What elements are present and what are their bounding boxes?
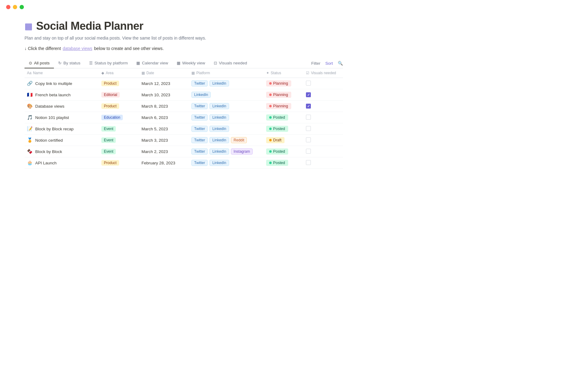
visuals-checkbox[interactable]: [306, 81, 311, 86]
status-label: Posted: [273, 161, 285, 165]
visuals-checkbox[interactable]: [306, 137, 311, 142]
date-cell: March 12, 2023: [138, 78, 188, 89]
sort-button[interactable]: Sort: [325, 61, 333, 66]
date-cell: March 5, 2023: [138, 123, 188, 135]
row-emoji: 🏅: [27, 137, 33, 143]
platform-tag: LinkedIn: [209, 148, 229, 155]
row-emoji: 📝: [27, 126, 33, 132]
col-header-platform: ▦ Platform: [188, 68, 262, 78]
date-cell: March 6, 2023: [138, 112, 188, 123]
visuals-checkbox[interactable]: [306, 104, 311, 109]
platform-col-label: Platform: [196, 71, 210, 75]
date-cell: March 3, 2023: [138, 135, 188, 146]
search-button[interactable]: 🔍: [338, 61, 343, 66]
traffic-lights: [6, 5, 24, 9]
status-dot: [269, 105, 272, 107]
filter-button[interactable]: Filter: [311, 61, 320, 66]
row-name[interactable]: Copy link to multiple: [35, 81, 72, 86]
row-emoji: 🔗: [27, 81, 33, 86]
tab-by-status[interactable]: ↻ By status: [54, 58, 85, 68]
row-name[interactable]: Database views: [35, 104, 64, 109]
area-badge: Event: [101, 126, 116, 132]
row-emoji: 🍫: [27, 149, 33, 154]
row-name[interactable]: API Launch: [35, 161, 57, 165]
date-cell: March 8, 2023: [138, 101, 188, 112]
tab-calendar-view[interactable]: ▦ Calendar view: [132, 58, 172, 68]
date-col-label: Date: [146, 71, 154, 75]
platform-tags: TwitterLinkedIn: [191, 126, 259, 132]
visuals-col-icon: ☑: [306, 71, 309, 75]
tab-weekly-view[interactable]: ▦ Weekly view: [172, 58, 209, 68]
row-name[interactable]: Block by Block: [35, 149, 62, 154]
platform-tag: LinkedIn: [209, 137, 229, 143]
visuals-checkbox[interactable]: [306, 160, 311, 165]
row-emoji: 🇫🇷: [27, 92, 33, 98]
platform-tag: LinkedIn: [209, 80, 229, 86]
name-cell: 🎵 Notion 101 playlist: [27, 115, 94, 120]
platform-tags: TwitterLinkedIn: [191, 114, 259, 121]
row-emoji: 🎨: [27, 103, 33, 109]
table-row: 🍫 Block by Block EventMarch 2, 2023Twitt…: [24, 146, 343, 157]
status-badge: Draft: [266, 137, 285, 143]
page-header: ▦ Social Media Planner: [24, 20, 343, 33]
titlebar: [0, 0, 588, 7]
platform-tags: TwitterLinkedIn: [191, 80, 259, 86]
table-row: 🎵 Notion 101 playlist EducationMarch 6, …: [24, 112, 343, 123]
hint-row: ↓ Click the different database views bel…: [24, 46, 343, 51]
maximize-button[interactable]: [20, 5, 24, 9]
platform-col-icon: ▦: [191, 71, 195, 75]
row-name[interactable]: Notion certified: [35, 138, 63, 143]
area-col-label: Area: [106, 71, 113, 75]
database-views-link[interactable]: database views: [63, 46, 92, 51]
tab-all-posts[interactable]: ⊙ All posts: [24, 58, 54, 68]
platform-tag: LinkedIn: [209, 114, 229, 121]
status-dot: [269, 139, 272, 141]
status-badge: Posted: [266, 114, 288, 121]
platform-tags: TwitterLinkedInInstagram: [191, 148, 259, 155]
close-button[interactable]: [6, 5, 10, 9]
platform-tag: LinkedIn: [209, 126, 229, 132]
tab-weekly-view-label: Weekly view: [182, 61, 205, 65]
status-label: Posted: [273, 149, 285, 154]
area-badge: Product: [101, 160, 119, 166]
status-badge: Posted: [266, 160, 288, 166]
status-dot: [269, 116, 272, 119]
status-col-icon: ✦: [266, 71, 269, 75]
date-cell: February 28, 2023: [138, 157, 188, 169]
status-dot: [269, 128, 272, 130]
status-col-label: Status: [271, 71, 281, 75]
platform-tag: LinkedIn: [209, 103, 229, 109]
row-name[interactable]: Notion 101 playlist: [35, 115, 69, 120]
visuals-checkbox[interactable]: [306, 126, 311, 131]
tab-visuals-needed-label: Visuals needed: [219, 61, 247, 65]
row-name[interactable]: Block by Block recap: [35, 127, 74, 131]
tab-calendar-view-label: Calendar view: [142, 61, 168, 65]
col-header-date: ▦ Date: [138, 68, 188, 78]
status-badge: Planning: [266, 103, 291, 109]
name-cell: 🧁 API Launch: [27, 160, 94, 166]
status-label: Planning: [273, 81, 288, 86]
calendar-view-icon: ▦: [136, 61, 140, 65]
tab-visuals-needed[interactable]: ⊡ Visuals needed: [209, 58, 251, 68]
page-content: ▦ Social Media Planner Plan and stay on …: [0, 7, 368, 181]
status-badge: Planning: [266, 80, 291, 86]
status-label: Posted: [273, 115, 285, 120]
status-badge: Posted: [266, 148, 288, 155]
tab-bar: ⊙ All posts ↻ By status ☰ Status by plat…: [24, 58, 343, 68]
visuals-checkbox[interactable]: [306, 149, 311, 154]
status-badge: Posted: [266, 126, 288, 132]
area-col-icon: ◆: [101, 71, 104, 75]
tab-status-by-platform[interactable]: ☰ Status by platform: [85, 58, 132, 68]
name-col-label: Name: [33, 71, 43, 75]
minimize-button[interactable]: [13, 5, 17, 9]
col-header-status: ✦ Status: [262, 68, 303, 78]
status-dot: [269, 150, 272, 153]
platform-tag: Twitter: [191, 137, 208, 143]
row-name[interactable]: French beta launch: [35, 93, 71, 97]
data-table: Aa Name ◆ Area ▦ Date: [24, 68, 343, 169]
area-badge: Event: [101, 149, 116, 154]
name-cell: 🔗 Copy link to multiple: [27, 81, 94, 86]
visuals-checkbox[interactable]: [306, 115, 311, 120]
status-label: Posted: [273, 127, 285, 131]
visuals-checkbox[interactable]: [306, 92, 311, 97]
